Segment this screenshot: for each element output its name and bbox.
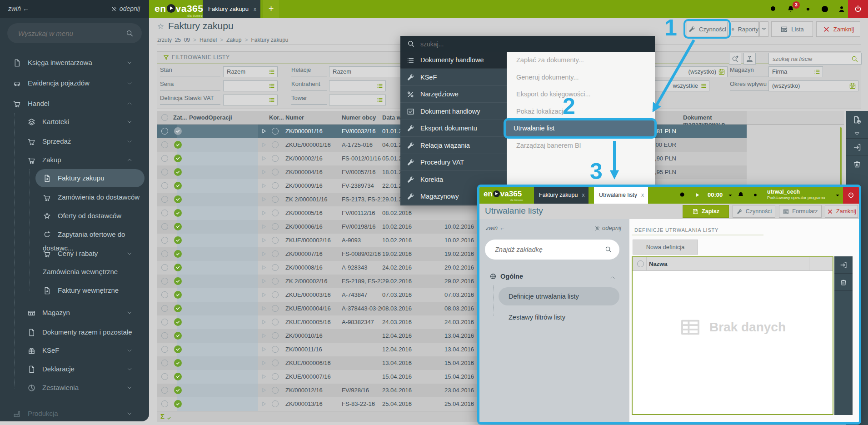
user-icon[interactable] [837,5,846,14]
sidebar-item-deklaracje[interactable]: Deklaracje [0,362,149,376]
logout-power-button[interactable] [848,0,868,18]
chevron-down-icon[interactable] [126,60,133,66]
close-tab-icon[interactable]: x [254,0,256,18]
col-korekta[interactable]: Kor... [269,114,284,121]
korekta-radio[interactable] [272,141,279,148]
sidebar-item-ceny-i-rabaty[interactable]: Ceny i rabaty [0,247,149,260]
list-picker-icon[interactable] [376,96,384,104]
sidebar-item-ewidencja-pojazd-w[interactable]: Ewidencja pojazdów [0,76,149,90]
menu-action-poka-lokalizacje[interactable]: Pokaż lokalizacje [507,103,655,120]
search-icon[interactable] [851,55,858,63]
more-actions-button[interactable] [846,129,868,139]
play-icon[interactable] [260,196,267,203]
chevron-down-icon[interactable] [126,138,133,145]
calendar-icon[interactable] [849,82,856,90]
list-picker-icon[interactable] [268,68,275,75]
list-picker-icon[interactable] [700,82,707,90]
help-icon[interactable] [820,5,829,14]
row-radio[interactable] [161,210,168,216]
list-search-input[interactable] [773,54,845,64]
breadcrumb-item-handel[interactable]: Handel [200,37,217,43]
nowa-definicja-button[interactable]: Nowa definicja [633,240,698,255]
popup-tab-utrwalanie-listy[interactable]: Utrwalanie listyx [594,187,648,204]
raporty-button[interactable]: Raporty [731,21,759,37]
col-numer[interactable]: Numer [285,114,304,121]
row-radio[interactable] [161,373,168,380]
chevron-down-icon[interactable] [126,366,133,372]
sidebar-item-sprzeda[interactable]: Sprzedaż [0,135,149,148]
row-radio[interactable] [161,387,168,394]
menu-category-dokument-handlowy[interactable]: Dokument handlowy [400,103,507,120]
play-icon[interactable] [260,128,267,135]
play-icon[interactable] [260,373,267,380]
sidebar-item-faktury-wewn-trzne[interactable]: Faktury wewnętrzne [0,284,149,297]
new-document-button[interactable] [846,112,868,128]
row-radio[interactable] [161,155,168,162]
tab-faktury-zakupu[interactable]: Faktury zakupux [203,0,260,18]
chevron-down-icon[interactable] [126,410,133,417]
breadcrumb-item-faktury-zakupu[interactable]: Faktury zakupu [251,37,288,43]
sidebar-item-ksef[interactable]: KSeF [0,344,149,357]
chevron-down-icon[interactable] [126,250,133,257]
row-radio[interactable] [161,250,168,257]
row-radio[interactable] [161,264,168,271]
sidebar-item-handel[interactable]: Handel [0,97,149,110]
sidebar-item-kartoteki[interactable]: Kartoteki [0,115,149,129]
sidebar-item-magazyn[interactable]: Magazyn [0,306,149,320]
play-icon[interactable] [260,332,267,339]
select-all-radio[interactable] [161,114,168,121]
list-picker-icon[interactable] [268,96,275,104]
sidebar-item-zakup[interactable]: Zakup [0,153,149,167]
chevron-up-icon[interactable] [126,100,133,107]
chevron-down-icon[interactable] [126,385,133,391]
sidebar-item-zam-wienia-wewn-trzne[interactable]: Zamówienia wewnętrzne [0,265,149,279]
search-icon[interactable] [678,191,687,199]
filter-towar[interactable] [329,95,386,105]
row-radio[interactable] [161,360,168,366]
sidebar-unpin-button[interactable]: odepnij [111,5,140,12]
play-icon[interactable] [260,400,267,407]
menu-category-procedury-vat[interactable]: Procedury VAT [400,154,507,171]
sidebar-search-input[interactable] [18,24,123,42]
logout-power-button[interactable] [843,187,859,204]
play-icon[interactable] [260,291,267,298]
search-icon[interactable] [769,5,778,14]
gear-icon[interactable] [803,5,813,14]
sidebar-collapse-button[interactable]: zwiń ← [8,5,29,12]
play-icon[interactable] [260,360,267,366]
formularz-button[interactable]: Formularz [779,205,822,218]
korekta-radio[interactable] [272,319,279,325]
filter-definicja-vat[interactable] [223,95,278,105]
sidebar-item-ksi-ga-inwentarzowa[interactable]: Księga inwentarzowa [0,56,149,70]
sidebar-item-zapytania-ofertowe-do-dostawc[interactable]: Zapytania ofertowe do dostawc... [0,228,149,241]
play-icon[interactable] [260,387,267,394]
row-radio[interactable] [161,278,168,285]
menu-category-relacja-wi-zania[interactable]: Relacja wiązania [400,137,507,154]
korekta-radio[interactable] [272,223,279,230]
zapisz-button[interactable]: Zapisz [683,205,729,218]
popup-tab-faktury-zakupu[interactable]: Faktury zakupux [534,187,589,204]
korekta-radio[interactable] [272,291,279,298]
korekta-radio[interactable] [272,387,279,394]
row-radio[interactable] [161,400,168,407]
gear-icon[interactable] [751,191,759,199]
row-radio[interactable] [161,196,168,203]
sidebar-unpin-button[interactable]: odepnij [594,225,621,231]
chevron-down-icon[interactable] [126,329,133,335]
czynnosci-button[interactable]: Czynności [733,205,775,218]
korekta-radio[interactable] [272,182,279,189]
section-ogolne[interactable]: Ogólne [489,273,621,284]
select-all-radio[interactable] [637,260,644,267]
row-radio[interactable] [161,223,168,230]
col-numer-obcy[interactable]: Numer obcy [342,114,376,121]
menu-category-narz-dziowe[interactable]: Narzędziowe [400,86,507,103]
sidebar-collapse-button[interactable]: zwiń ← [486,225,505,231]
advanced-search-button[interactable] [729,53,741,65]
sidebar-item-produkcja[interactable]: Produkcja [0,407,149,420]
play-icon[interactable] [260,305,267,312]
chevron-down-icon[interactable] [835,193,840,198]
play-icon[interactable] [260,223,267,230]
korekta-radio[interactable] [272,332,279,339]
breadcrumb-item-zakup[interactable]: Zakup [226,37,241,43]
play-icon[interactable] [260,319,267,325]
